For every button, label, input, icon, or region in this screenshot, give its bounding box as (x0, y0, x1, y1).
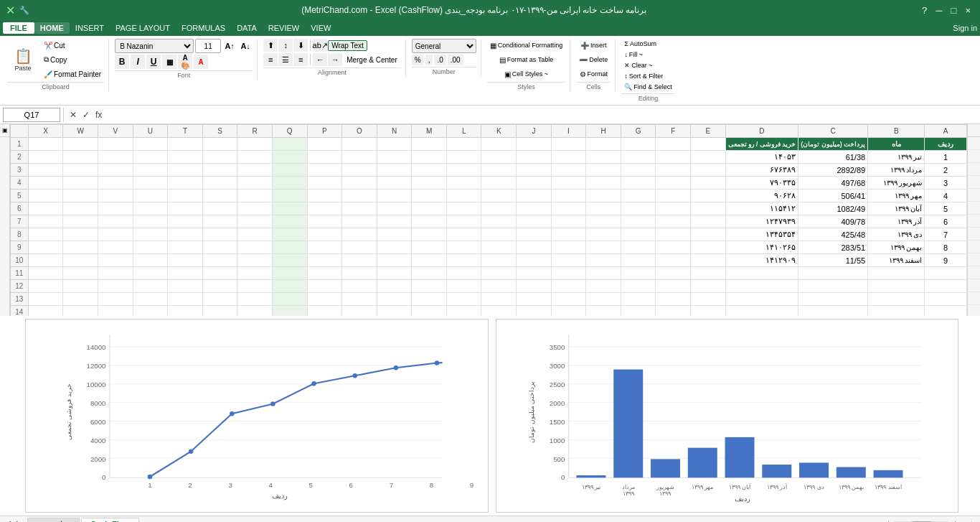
grid-cell[interactable] (481, 293, 517, 306)
grid-cell[interactable] (237, 138, 273, 151)
grid-cell[interactable] (202, 293, 237, 306)
grid-cell[interactable] (202, 202, 237, 215)
grid-cell[interactable] (98, 267, 133, 280)
cell-styles-button[interactable]: ▣ Cell Styles ~ (501, 67, 551, 80)
grid-cell[interactable] (621, 267, 656, 280)
grid-cell[interactable] (63, 164, 98, 177)
grid-cell[interactable] (446, 202, 481, 215)
grid-cell[interactable] (63, 293, 98, 306)
grid-cell[interactable] (517, 254, 552, 267)
grid-cell[interactable] (98, 177, 133, 190)
grid-cell[interactable]: آذر ۱۳۹۹ (868, 215, 925, 228)
grid-cell[interactable] (168, 267, 203, 280)
grid-cell[interactable] (272, 164, 307, 177)
grid-cell[interactable] (342, 215, 377, 228)
grid-cell[interactable] (925, 267, 967, 280)
font-shrink-button[interactable]: A↓ (238, 39, 253, 53)
grid-cell[interactable] (412, 254, 447, 267)
grid-cell[interactable] (28, 280, 63, 293)
grid-cell[interactable]: 2 (925, 164, 967, 177)
menu-file[interactable]: FILE (3, 22, 34, 34)
grid-cell[interactable] (551, 293, 586, 306)
bold-button[interactable]: B (115, 55, 129, 69)
grid-cell[interactable] (377, 254, 412, 267)
grid-cell[interactable]: اسفند ۱۳۹۹ (868, 254, 925, 267)
fill-button[interactable]: ↓ Fill ~ (621, 50, 675, 60)
grid-cell[interactable] (621, 293, 656, 306)
grid-cell[interactable] (307, 215, 342, 228)
grid-cell[interactable] (202, 190, 237, 202)
grid-cell[interactable] (691, 202, 726, 215)
grid-cell[interactable]: شهریور ۱۳۹۹ (868, 177, 925, 190)
add-sheet-btn[interactable]: + (969, 518, 974, 523)
grid-cell[interactable] (133, 177, 168, 190)
grid-cell[interactable] (656, 267, 691, 280)
col-header-C[interactable]: C (798, 125, 868, 138)
grid-cell[interactable] (377, 241, 412, 254)
grid-cell[interactable] (307, 138, 342, 151)
grid-cell[interactable] (28, 138, 63, 151)
sign-in[interactable]: Sign in (953, 24, 977, 32)
grid-cell[interactable] (28, 151, 63, 164)
grid-cell[interactable] (551, 151, 586, 164)
grid-cell[interactable] (202, 254, 237, 267)
merge-center-button[interactable]: Merge & Center (343, 55, 401, 65)
cancel-formula-button[interactable]: ✕ (67, 110, 80, 120)
autosum-button[interactable]: Σ AutoSum (621, 39, 675, 49)
grid-cell[interactable] (342, 280, 377, 293)
grid-cell[interactable] (63, 228, 98, 241)
grid-cell[interactable] (551, 138, 586, 151)
cut-button[interactable]: ✂️ Cut (41, 39, 104, 52)
cell-reference-input[interactable] (3, 108, 60, 122)
grid-cell[interactable] (691, 267, 726, 280)
grid-cell[interactable] (98, 138, 133, 151)
minimize-btn[interactable]: ─ (932, 5, 946, 16)
grid-cell[interactable] (868, 306, 925, 317)
grid-cell[interactable]: بهمن ۱۳۹۹ (868, 241, 925, 254)
grid-cell[interactable] (412, 177, 447, 190)
grid-cell[interactable] (237, 241, 273, 254)
underline-button[interactable]: U (146, 55, 161, 69)
grid-cell[interactable] (481, 215, 517, 228)
help-icon[interactable]: ? (918, 5, 930, 16)
menu-data[interactable]: DATA (231, 22, 263, 34)
grid-cell[interactable]: 8 (925, 241, 967, 254)
grid-cell[interactable]: 61/38 (798, 151, 868, 164)
grid-cell[interactable] (586, 267, 621, 280)
grid-cell[interactable] (98, 190, 133, 202)
align-middle-button[interactable]: ↕ (278, 39, 293, 52)
grid-cell[interactable] (586, 190, 621, 202)
grid-cell[interactable] (691, 215, 726, 228)
col-header-I[interactable]: I (551, 125, 586, 138)
grid-cell[interactable] (63, 306, 98, 317)
grid-cell[interactable] (377, 293, 412, 306)
grid-cell[interactable] (412, 138, 447, 151)
maximize-btn[interactable]: □ (948, 5, 961, 16)
col-header-W[interactable]: W (63, 125, 98, 138)
grid-cell[interactable] (517, 202, 552, 215)
grid-cell[interactable] (446, 138, 481, 151)
grid-cell[interactable] (481, 164, 517, 177)
grid-cell[interactable] (798, 306, 868, 317)
grid-cell[interactable] (377, 228, 412, 241)
grid-cell[interactable] (98, 280, 133, 293)
wrap-text-button[interactable]: Wrap Text (328, 40, 367, 51)
grid-cell[interactable] (272, 306, 307, 317)
grid-cell[interactable]: 409/78 (798, 215, 868, 228)
grid-cell[interactable] (168, 306, 203, 317)
grid-cell[interactable] (63, 241, 98, 254)
grid-cell[interactable]: آبان ۱۳۹۹ (868, 202, 925, 215)
text-orient-button[interactable]: ab↗ (313, 39, 327, 52)
grid-cell[interactable] (412, 293, 447, 306)
grid-cell[interactable]: 7 (925, 228, 967, 241)
grid-cell[interactable] (168, 151, 203, 164)
menu-review[interactable]: REVIEW (263, 22, 305, 34)
grid-cell[interactable] (551, 202, 586, 215)
grid-cell[interactable]: 5 (925, 202, 967, 215)
grid-cell[interactable] (551, 306, 586, 317)
grid-cell[interactable] (63, 138, 98, 151)
number-format-select[interactable]: General Number Currency Percentage (412, 39, 476, 53)
grid-cell[interactable] (481, 228, 517, 241)
grid-cell[interactable] (621, 190, 656, 202)
grid-cell[interactable] (656, 306, 691, 317)
